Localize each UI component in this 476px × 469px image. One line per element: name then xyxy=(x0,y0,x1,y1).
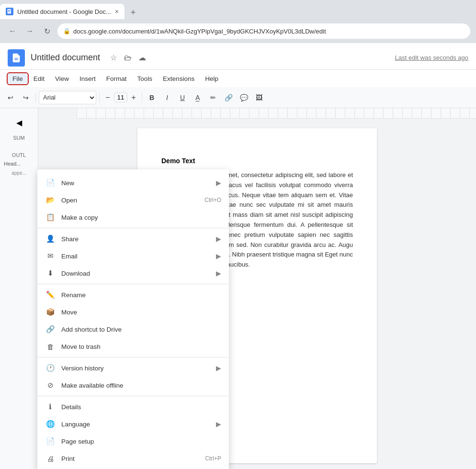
sidebar-sum-label: SUM xyxy=(13,135,24,141)
menu-item-offline[interactable]: ⊘ Make available offline xyxy=(37,377,229,394)
version-history-icon: 🕐 xyxy=(45,363,56,373)
svg-rect-3 xyxy=(8,11,10,12)
svg-rect-0 xyxy=(8,9,11,14)
reload-button[interactable]: ↻ xyxy=(40,24,54,38)
forward-button[interactable]: → xyxy=(23,24,36,38)
menu-group-2: 👤 Share ▶ ✉ Email ▶ ⬇ Download ▶ xyxy=(37,228,229,284)
download-label: Download xyxy=(61,270,210,277)
menu-item-format[interactable]: Format xyxy=(102,73,132,84)
font-size-decrease[interactable]: − xyxy=(102,92,113,103)
menu-item-move-trash[interactable]: 🗑 Move to trash xyxy=(37,338,229,355)
active-tab[interactable]: Untitled document - Google Doc... × xyxy=(0,4,125,19)
menu-item-details[interactable]: ℹ Details xyxy=(37,398,229,415)
menu-item-rename[interactable]: ✏️ Rename xyxy=(37,286,229,303)
main-area: ◀ SUM OUTL Head... appe... Demo Text Lor… xyxy=(0,108,476,469)
open-icon: 📂 xyxy=(45,195,56,205)
version-history-arrow-icon: ▶ xyxy=(216,364,221,372)
menu-item-help[interactable]: Help xyxy=(200,73,223,84)
email-label: Email xyxy=(61,253,210,260)
menu-item-extensions[interactable]: Extensions xyxy=(158,73,199,84)
back-button[interactable]: ← xyxy=(6,24,19,38)
details-icon: ℹ xyxy=(45,402,56,412)
move-label: Move xyxy=(61,309,221,316)
url-text: docs.google.com/document/d/1wANQkil-GzgY… xyxy=(73,28,465,35)
share-label: Share xyxy=(61,235,210,243)
menu-item-download[interactable]: ⬇ Download ▶ xyxy=(37,265,229,282)
offline-icon: ⊘ xyxy=(45,380,56,391)
image-button[interactable]: 🖼 xyxy=(252,91,266,104)
menu-item-tools[interactable]: Tools xyxy=(133,73,158,84)
new-arrow-icon: ▶ xyxy=(216,179,221,187)
version-history-label: Version history xyxy=(61,365,210,372)
menu-group-5: ℹ Details 🌐 Language ▶ 📄 Page setup 🖨 Pr… xyxy=(37,396,229,469)
menu-item-edit[interactable]: Edit xyxy=(29,73,49,84)
menu-item-language[interactable]: 🌐 Language ▶ xyxy=(37,415,229,433)
menu-item-move[interactable]: 📦 Move xyxy=(37,303,229,321)
menu-item-new[interactable]: 📄 New ▶ xyxy=(37,174,229,191)
font-select[interactable]: Arial xyxy=(39,91,96,104)
open-label: Open xyxy=(61,197,199,204)
font-size-value[interactable]: 11 xyxy=(114,92,127,102)
new-tab-button[interactable]: + xyxy=(126,6,140,19)
app-header: Untitled document ☆ 🗁 ☁ Last edit was se… xyxy=(0,43,476,70)
menu-bar: File Edit View Insert Format Tools Exten… xyxy=(0,70,476,87)
star-icon[interactable]: ☆ xyxy=(108,52,119,64)
url-bar[interactable]: 🔒 docs.google.com/document/d/1wANQkil-Gz… xyxy=(57,23,470,39)
comment-button[interactable]: 💬 xyxy=(237,91,250,104)
menu-item-share[interactable]: 👤 Share ▶ xyxy=(37,230,229,247)
new-label: New xyxy=(61,179,210,187)
share-icon: 👤 xyxy=(45,234,56,244)
menu-item-email[interactable]: ✉ Email ▶ xyxy=(37,247,229,265)
highlight-button[interactable]: ✏ xyxy=(206,91,220,104)
menu-item-view[interactable]: View xyxy=(50,73,74,84)
tab-close-button[interactable]: × xyxy=(115,8,119,15)
redo-button[interactable]: ↪ xyxy=(19,91,33,104)
download-icon: ⬇ xyxy=(45,268,56,279)
sidebar-section-sum: SUM xyxy=(0,135,38,141)
browser-chrome: Untitled document - Google Doc... × + ← … xyxy=(0,0,476,43)
print-icon: 🖨 xyxy=(45,453,56,464)
app-icon xyxy=(8,49,25,67)
sidebar-toggle[interactable]: ◀ xyxy=(10,114,29,131)
undo-button[interactable]: ↩ xyxy=(4,91,17,104)
menu-item-open[interactable]: 📂 Open Ctrl+O xyxy=(37,191,229,209)
open-shortcut: Ctrl+O xyxy=(204,197,221,203)
menu-item-file[interactable]: File xyxy=(8,73,28,84)
font-size-increase[interactable]: + xyxy=(128,92,139,103)
menu-item-version-history[interactable]: 🕐 Version history ▶ xyxy=(37,359,229,377)
toolbar-sep-3 xyxy=(142,93,142,102)
ruler xyxy=(77,108,476,119)
trash-icon: 🗑 xyxy=(45,341,56,352)
toolbar-sep-1 xyxy=(35,93,36,102)
link-button[interactable]: 🔗 xyxy=(222,91,235,104)
menu-item-print[interactable]: 🖨 Print Ctrl+P xyxy=(37,450,229,467)
menu-item-insert[interactable]: Insert xyxy=(75,73,101,84)
text-color-button[interactable]: A̲ xyxy=(191,91,204,104)
offline-label: Make available offline xyxy=(61,382,221,389)
menu-item-page-setup[interactable]: 📄 Page setup xyxy=(37,433,229,450)
menu-item-add-shortcut[interactable]: 🔗 Add shortcut to Drive xyxy=(37,321,229,338)
tab-favicon xyxy=(6,8,13,15)
cloud-icon[interactable]: ☁ xyxy=(136,52,148,64)
language-arrow-icon: ▶ xyxy=(216,420,221,428)
sidebar-heading-sub: appe... xyxy=(8,169,30,177)
folder-icon[interactable]: 🗁 xyxy=(122,52,134,64)
file-dropdown-menu: 📄 New ▶ 📂 Open Ctrl+O 📋 Make a copy 👤 xyxy=(37,169,229,469)
last-edit: Last edit was seconds ago xyxy=(395,54,468,61)
details-label: Details xyxy=(61,403,221,411)
doc-title[interactable]: Untitled document xyxy=(31,53,100,63)
italic-button[interactable]: I xyxy=(160,91,174,104)
menu-item-make-copy[interactable]: 📋 Make a copy xyxy=(37,209,229,226)
language-label: Language xyxy=(61,421,210,428)
language-icon: 🌐 xyxy=(45,419,56,429)
bold-button[interactable]: B xyxy=(145,91,159,104)
print-shortcut: Ctrl+P xyxy=(205,455,221,462)
sidebar-outline-label: OUTL xyxy=(12,152,26,158)
email-arrow-icon: ▶ xyxy=(216,252,221,260)
underline-button[interactable]: U xyxy=(176,91,189,104)
page-setup-icon: 📄 xyxy=(45,436,56,447)
rename-label: Rename xyxy=(61,291,221,299)
font-size-controls: − 11 + xyxy=(102,92,139,103)
svg-rect-2 xyxy=(8,11,11,11)
print-label: Print xyxy=(61,455,199,462)
